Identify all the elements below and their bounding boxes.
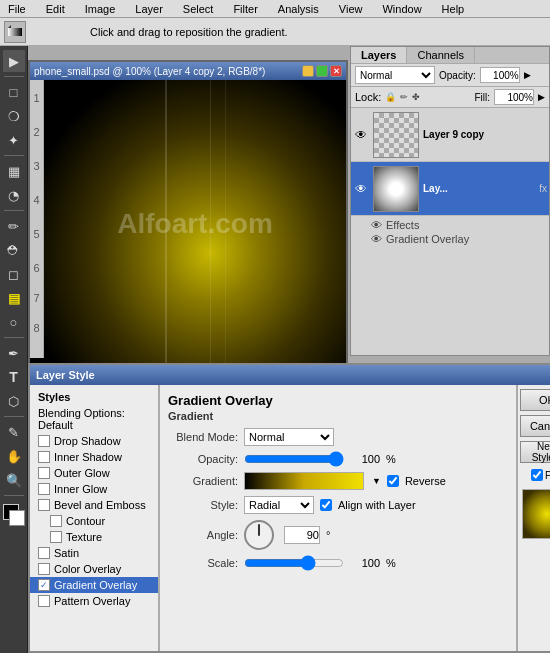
- svg-marker-1: [8, 25, 11, 28]
- gradient-row: Gradient: ▼ Reverse: [168, 472, 508, 490]
- tool-dodge[interactable]: ○: [3, 311, 25, 333]
- layer-fx-icon[interactable]: fx: [539, 183, 547, 194]
- style-value[interactable]: Radial Linear Angle Reflected Diamond: [244, 496, 314, 514]
- menu-file[interactable]: File: [4, 2, 30, 16]
- tool-move[interactable]: ▶: [3, 50, 25, 72]
- align-checkbox[interactable]: [320, 499, 332, 511]
- bevel-emboss-item[interactable]: Bevel and Emboss: [30, 497, 158, 513]
- menu-filter[interactable]: Filter: [229, 2, 261, 16]
- layer-eye-9-copy[interactable]: 👁: [353, 127, 369, 143]
- outer-glow-item[interactable]: Outer Glow: [30, 465, 158, 481]
- tool-pen[interactable]: ✒: [3, 342, 25, 364]
- contour-checkbox[interactable]: [50, 515, 62, 527]
- menu-select[interactable]: Select: [179, 2, 218, 16]
- new-style-button[interactable]: New Style...: [520, 441, 550, 463]
- doc-minimize-btn[interactable]: [302, 65, 314, 77]
- menu-edit[interactable]: Edit: [42, 2, 69, 16]
- gradient-overlay-label: Gradient Overlay: [54, 579, 137, 591]
- tool-lasso[interactable]: ❍: [3, 105, 25, 127]
- menu-view[interactable]: View: [335, 2, 367, 16]
- scale-row: Scale: 100 %: [168, 556, 508, 570]
- doc-close-btn[interactable]: ✕: [330, 65, 342, 77]
- tool-clone[interactable]: ⛑: [3, 239, 25, 261]
- drop-shadow-item[interactable]: Drop Shadow: [30, 433, 158, 449]
- tool-marquee[interactable]: □: [3, 81, 25, 103]
- blending-options-item[interactable]: Blending Options: Default: [30, 405, 158, 433]
- menu-window[interactable]: Window: [378, 2, 425, 16]
- angle-input[interactable]: [284, 526, 320, 544]
- fill-input[interactable]: [494, 89, 534, 105]
- inner-glow-item[interactable]: Inner Glow: [30, 481, 158, 497]
- menu-analysis[interactable]: Analysis: [274, 2, 323, 16]
- satin-item[interactable]: Satin: [30, 545, 158, 561]
- dialog-titlebar[interactable]: Layer Style: [30, 365, 550, 385]
- doc-maximize-btn[interactable]: [316, 65, 328, 77]
- reverse-checkbox[interactable]: [387, 475, 399, 487]
- scale-slider[interactable]: [244, 556, 344, 570]
- tab-layers[interactable]: Layers: [351, 47, 407, 63]
- settings-title: Gradient Overlay: [168, 393, 508, 408]
- tool-hand[interactable]: ✋: [3, 445, 25, 467]
- scale-label: Scale:: [168, 557, 238, 569]
- inner-glow-label: Inner Glow: [54, 483, 107, 495]
- menu-image[interactable]: Image: [81, 2, 120, 16]
- layer-thumb-4-copy2: [373, 166, 419, 212]
- bevel-emboss-checkbox[interactable]: [38, 499, 50, 511]
- tool-text[interactable]: T: [3, 366, 25, 388]
- pattern-overlay-item[interactable]: Pattern Overlay: [30, 593, 158, 609]
- contour-item[interactable]: Contour: [30, 513, 158, 529]
- angle-knob[interactable]: [244, 520, 274, 550]
- menu-help[interactable]: Help: [438, 2, 469, 16]
- layer-item-9-copy[interactable]: 👁 Layer 9 copy: [351, 108, 549, 162]
- satin-checkbox[interactable]: [38, 547, 50, 559]
- layer-eye-4-copy2[interactable]: 👁: [353, 181, 369, 197]
- tool-path[interactable]: ⬡: [3, 390, 25, 412]
- inner-glow-checkbox[interactable]: [38, 483, 50, 495]
- gradient-tool-icon[interactable]: [4, 21, 26, 43]
- move-icon[interactable]: ✤: [412, 92, 420, 102]
- pattern-overlay-checkbox[interactable]: [38, 595, 50, 607]
- cancel-button[interactable]: Cancel: [520, 415, 550, 437]
- gradient-overlay-checkbox[interactable]: [38, 579, 50, 591]
- gradient-dropdown-arrow[interactable]: ▼: [372, 476, 381, 486]
- foreground-color[interactable]: [3, 504, 25, 526]
- tool-zoom[interactable]: 🔍: [3, 469, 25, 491]
- blend-mode-value[interactable]: Normal Multiply Screen: [244, 428, 334, 446]
- scale-pct-sym: %: [386, 557, 396, 569]
- layer-item-4-copy2[interactable]: 👁 Lay... fx: [351, 162, 549, 216]
- texture-label: Texture: [66, 531, 102, 543]
- effects-eye[interactable]: 👁: [371, 219, 382, 231]
- gradient-overlay-eye[interactable]: 👁: [371, 233, 382, 245]
- color-overlay-checkbox[interactable]: [38, 563, 50, 575]
- texture-item[interactable]: Texture: [30, 529, 158, 545]
- opacity-slider[interactable]: [244, 452, 344, 466]
- inner-shadow-checkbox[interactable]: [38, 451, 50, 463]
- panel-arrow[interactable]: ▶: [524, 70, 531, 80]
- menu-layer[interactable]: Layer: [131, 2, 167, 16]
- lock-icon[interactable]: 🔒: [385, 92, 396, 102]
- fill-arrow[interactable]: ▶: [538, 92, 545, 102]
- texture-checkbox[interactable]: [50, 531, 62, 543]
- tool-eraser[interactable]: ◻: [3, 263, 25, 285]
- tool-crop[interactable]: ▦: [3, 160, 25, 182]
- tool-brush[interactable]: ✏: [3, 215, 25, 237]
- tool-divider-6: [4, 495, 24, 496]
- tab-channels[interactable]: Channels: [407, 47, 474, 63]
- preview-checkbox[interactable]: [531, 469, 543, 481]
- tool-eyedropper[interactable]: ◔: [3, 184, 25, 206]
- color-overlay-item[interactable]: Color Overlay: [30, 561, 158, 577]
- gradient-overlay-item[interactable]: Gradient Overlay: [30, 577, 158, 593]
- blend-mode-select[interactable]: Normal Multiply Screen: [355, 66, 435, 84]
- outer-glow-checkbox[interactable]: [38, 467, 50, 479]
- doc-titlebar[interactable]: phone_small.psd @ 100% (Layer 4 copy 2, …: [30, 62, 346, 80]
- ok-button[interactable]: OK: [520, 389, 550, 411]
- inner-shadow-item[interactable]: Inner Shadow: [30, 449, 158, 465]
- tool-notes[interactable]: ✎: [3, 421, 25, 443]
- gradient-picker[interactable]: [244, 472, 364, 490]
- style-label: Style:: [168, 499, 238, 511]
- tool-magic-wand[interactable]: ✦: [3, 129, 25, 151]
- opacity-input[interactable]: [480, 67, 520, 83]
- paint-icon[interactable]: ✏: [400, 92, 408, 102]
- tool-gradient[interactable]: ▤: [3, 287, 25, 309]
- drop-shadow-checkbox[interactable]: [38, 435, 50, 447]
